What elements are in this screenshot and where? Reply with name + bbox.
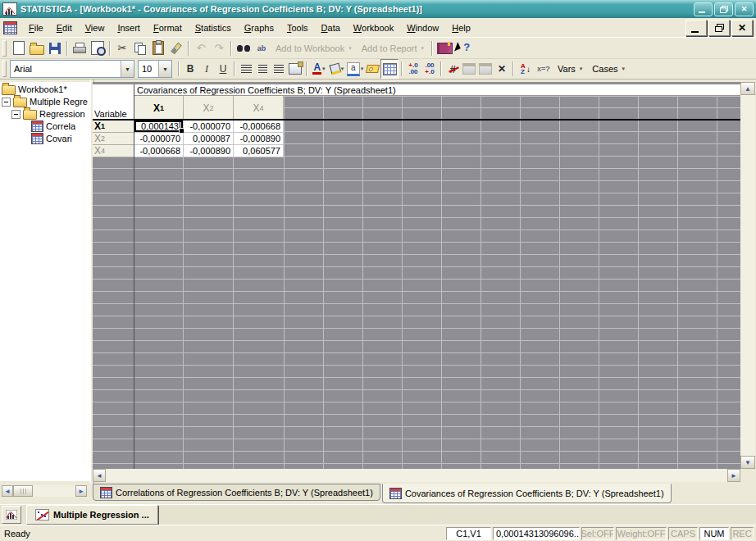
toolbar-grip[interactable] bbox=[2, 40, 7, 57]
cell-x2-x1[interactable]: -0,000070 bbox=[134, 133, 184, 145]
menu-statistics[interactable]: Statistics bbox=[189, 20, 238, 35]
mdi-restore-button[interactable] bbox=[708, 20, 730, 36]
window-option2-button[interactable] bbox=[477, 60, 494, 78]
menu-edit[interactable]: Edit bbox=[50, 20, 79, 35]
cell-x1-x1-selected[interactable]: 0,000143 bbox=[134, 120, 184, 133]
scroll-left-arrow-icon[interactable]: ◄ bbox=[93, 469, 106, 482]
chevron-down-icon[interactable]: ▾ bbox=[341, 66, 344, 72]
cell-x4-x4[interactable]: 0,060577 bbox=[234, 145, 284, 157]
cell-x1-x2[interactable]: -0,000070 bbox=[184, 120, 234, 133]
scroll-up-arrow-icon[interactable]: ▲ bbox=[740, 82, 755, 95]
case-states-button[interactable]: ✕ bbox=[494, 60, 510, 78]
mdi-minimize-button[interactable] bbox=[685, 20, 707, 36]
new-button[interactable] bbox=[10, 39, 28, 57]
fill-color-button[interactable]: ▾ bbox=[328, 60, 346, 78]
sort-button[interactable]: AZ ↓ bbox=[517, 60, 535, 78]
column-header-x2[interactable]: X2 bbox=[184, 96, 234, 120]
italic-button[interactable]: I bbox=[198, 60, 215, 78]
cell-x1-x4[interactable]: -0,000668 bbox=[234, 120, 284, 133]
column-header-x1[interactable]: X1 bbox=[134, 96, 184, 120]
print-preview-button[interactable] bbox=[89, 39, 107, 57]
redo-button[interactable]: ↷ bbox=[210, 39, 228, 57]
open-button[interactable] bbox=[28, 39, 46, 57]
context-help-button[interactable] bbox=[453, 39, 471, 57]
toolbar-grip[interactable] bbox=[2, 61, 7, 77]
menu-tools[interactable]: Tools bbox=[280, 20, 315, 35]
add-to-report-button[interactable]: Add to Report ▾ bbox=[357, 42, 429, 55]
tree-item-multiple-regression[interactable]: Multiple Regre bbox=[2, 96, 88, 107]
copy-button[interactable] bbox=[131, 39, 149, 57]
cell-format-button[interactable]: a▾ bbox=[346, 60, 364, 78]
menu-data[interactable]: Data bbox=[315, 20, 347, 35]
font-color-button[interactable]: A▾ bbox=[310, 60, 328, 78]
decrease-decimals-button[interactable]: .00+.0 bbox=[421, 60, 438, 78]
tab-covariances-active[interactable]: Covariances of Regression Coefficients B… bbox=[382, 484, 672, 503]
window-option-button[interactable] bbox=[461, 60, 477, 78]
align-left-button[interactable] bbox=[238, 60, 254, 78]
row-header-x2[interactable]: X2 bbox=[93, 133, 134, 145]
undo-button[interactable]: ↶ bbox=[192, 39, 210, 57]
format-painter-button[interactable] bbox=[167, 39, 185, 57]
print-button[interactable] bbox=[71, 39, 89, 57]
chevron-down-icon[interactable]: ▼ bbox=[121, 61, 134, 77]
minimize-button[interactable] bbox=[694, 2, 713, 16]
menu-file[interactable]: File bbox=[22, 20, 50, 35]
cell-x4-x1[interactable]: -0,000668 bbox=[134, 145, 184, 157]
chevron-down-icon[interactable]: ▼ bbox=[158, 61, 171, 77]
tab-correlations[interactable]: Correlations of Regression Coefficients … bbox=[93, 484, 380, 501]
font-size-combobox[interactable]: 10 ▼ bbox=[138, 60, 172, 78]
cell-x2-x2[interactable]: 0,000087 bbox=[184, 133, 234, 145]
tree-item-covariances[interactable]: Covari bbox=[31, 133, 72, 144]
menu-help[interactable]: Help bbox=[445, 20, 477, 35]
tree-item-correlations[interactable]: Correla bbox=[31, 120, 75, 132]
scrollbar-track[interactable] bbox=[33, 485, 75, 497]
tree-mini-scrollbar[interactable]: ◄ ► bbox=[2, 485, 87, 497]
collapse-minus-icon[interactable] bbox=[2, 98, 11, 107]
statistica-logo-button[interactable] bbox=[2, 506, 21, 524]
chevron-down-icon[interactable]: ▾ bbox=[322, 66, 326, 72]
vertical-scrollbar[interactable]: ▲ ▼ bbox=[740, 82, 755, 469]
menu-workbook[interactable]: Workbook bbox=[347, 20, 400, 35]
collapse-minus-icon[interactable] bbox=[11, 110, 20, 119]
add-to-workbook-button[interactable]: Add to Workbook ▾ bbox=[271, 42, 357, 55]
scroll-right-arrow-icon[interactable]: ► bbox=[75, 485, 87, 497]
restore-button[interactable] bbox=[714, 2, 733, 16]
menu-insert[interactable]: Insert bbox=[111, 20, 147, 35]
font-name-combobox[interactable]: Arial ▼ bbox=[10, 60, 134, 78]
corner-cell-variable[interactable]: Variable bbox=[93, 84, 134, 120]
scrollbar-thumb[interactable] bbox=[13, 485, 33, 497]
properties-button[interactable] bbox=[287, 60, 303, 78]
help-book-button[interactable] bbox=[435, 39, 453, 57]
vars-button[interactable]: Vars ▾ bbox=[553, 62, 587, 75]
row-header-x1[interactable]: X1 bbox=[93, 120, 134, 133]
increase-decimals-button[interactable]: +.0.00 bbox=[405, 60, 421, 78]
align-center-button[interactable] bbox=[254, 60, 271, 78]
save-button[interactable] bbox=[46, 39, 64, 57]
horizontal-scrollbar[interactable]: ◄ ► bbox=[93, 469, 740, 482]
cases-button[interactable]: Cases ▾ bbox=[587, 62, 630, 75]
recode-button[interactable]: x=? bbox=[535, 60, 553, 78]
bold-button[interactable]: B bbox=[182, 60, 198, 78]
tree-item-workbook[interactable]: Workbook1* bbox=[2, 84, 67, 95]
menu-view[interactable]: View bbox=[79, 20, 112, 35]
cut-button[interactable]: ✂ bbox=[113, 39, 131, 57]
multiple-regression-task-button[interactable]: Multiple Regression ... bbox=[26, 505, 158, 525]
tag-button[interactable] bbox=[364, 60, 380, 78]
underline-button[interactable]: U bbox=[215, 60, 231, 78]
gridlines-button[interactable] bbox=[380, 59, 398, 79]
scroll-down-arrow-icon[interactable]: ▼ bbox=[740, 456, 755, 469]
scroll-left-arrow-icon[interactable]: ◄ bbox=[2, 485, 13, 497]
chevron-down-icon[interactable]: ▾ bbox=[361, 66, 364, 72]
tree-item-regression[interactable]: Regression bbox=[11, 108, 85, 120]
replace-button[interactable]: ab bbox=[253, 39, 271, 57]
align-right-button[interactable] bbox=[271, 60, 287, 78]
close-button[interactable]: ✕ bbox=[735, 2, 754, 16]
row-header-x4[interactable]: X4 bbox=[93, 145, 134, 157]
mdi-close-button[interactable]: ✕ bbox=[731, 20, 753, 36]
column-header-x4[interactable]: X4 bbox=[234, 96, 284, 120]
menu-window[interactable]: Window bbox=[400, 20, 445, 35]
adjust-grid-button[interactable]: # bbox=[444, 60, 461, 78]
cell-x4-x2[interactable]: -0,000890 bbox=[184, 145, 234, 157]
menu-graphs[interactable]: Graphs bbox=[238, 20, 280, 35]
paste-button[interactable] bbox=[149, 39, 167, 57]
